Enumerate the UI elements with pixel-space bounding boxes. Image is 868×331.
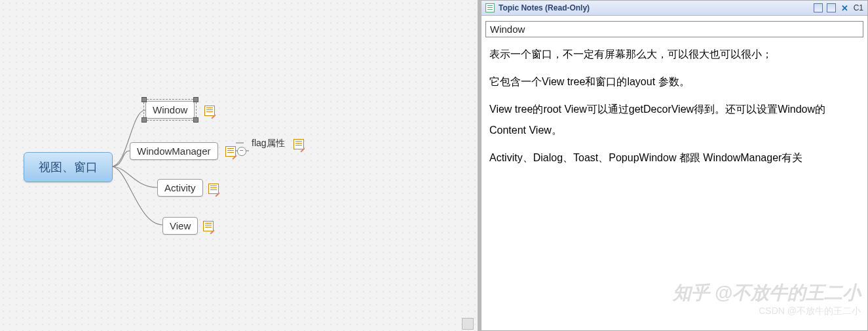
topic-notes-header: Topic Notes (Read-Only) ✕ C1: [481, 1, 867, 16]
node-label: WindowManager: [137, 146, 211, 157]
note-paragraph: Activity、Dialog、Toast、PopupWindow 都跟 Win…: [489, 147, 859, 168]
watermark-line-1: 知乎 @不放牛的王二小: [673, 281, 861, 305]
note-icon[interactable]: [293, 139, 304, 149]
notes-icon: [485, 3, 495, 12]
mindmap-node-flag[interactable]: flag属性: [252, 138, 285, 149]
note-body[interactable]: 表示一个窗口，不一定有屏幕那么大，可以很大也可以很小； 它包含一个View tr…: [481, 40, 867, 179]
window-action-icon[interactable]: [814, 3, 823, 12]
close-icon[interactable]: ✕: [840, 3, 850, 13]
note-icon[interactable]: [208, 184, 219, 194]
note-paragraph: 它包含一个View tree和窗口的layout 参数。: [489, 71, 859, 92]
topic-notes-panel: Topic Notes (Read-Only) ✕ C1 Window 表示一个…: [481, 0, 868, 331]
node-label: View: [170, 220, 191, 231]
mindmap-node-view[interactable]: View: [162, 217, 198, 235]
collapse-toggle[interactable]: −: [237, 147, 246, 156]
mindmap-root-node[interactable]: 视图、窗口: [24, 152, 113, 182]
topic-notes-title: Topic Notes (Read-Only): [499, 3, 810, 12]
note-topic-name: Window: [485, 21, 863, 37]
scrollbar-corner[interactable]: [462, 318, 474, 330]
note-paragraph: 表示一个窗口，不一定有屏幕那么大，可以很大也可以很小；: [489, 44, 859, 65]
node-label: Window: [153, 104, 187, 115]
selection-handle[interactable]: [142, 117, 147, 123]
mindmap-node-window[interactable]: Window: [145, 101, 195, 119]
mindmap-canvas[interactable]: 视图、窗口 Window WindowManager − flag属性 Acti…: [0, 0, 481, 331]
window-action-icon[interactable]: [827, 3, 836, 12]
note-icon[interactable]: [204, 106, 215, 116]
note-paragraph: View tree的root View可以通过getDecorView得到。还可…: [489, 99, 859, 141]
selection-handle[interactable]: [193, 97, 198, 102]
note-icon[interactable]: [225, 146, 236, 157]
selection-handle[interactable]: [193, 117, 198, 123]
header-right-text: C1: [854, 3, 863, 12]
watermark-line-2: CSDN @不放牛的王二小: [673, 305, 861, 317]
node-label: Activity: [164, 182, 196, 193]
mindmap-node-windowmanager[interactable]: WindowManager: [130, 142, 218, 160]
watermark: 知乎 @不放牛的王二小 CSDN @不放牛的王二小: [673, 281, 861, 317]
mindmap-node-activity[interactable]: Activity: [157, 179, 203, 197]
note-icon[interactable]: [203, 221, 214, 231]
selection-handle[interactable]: [142, 97, 147, 102]
